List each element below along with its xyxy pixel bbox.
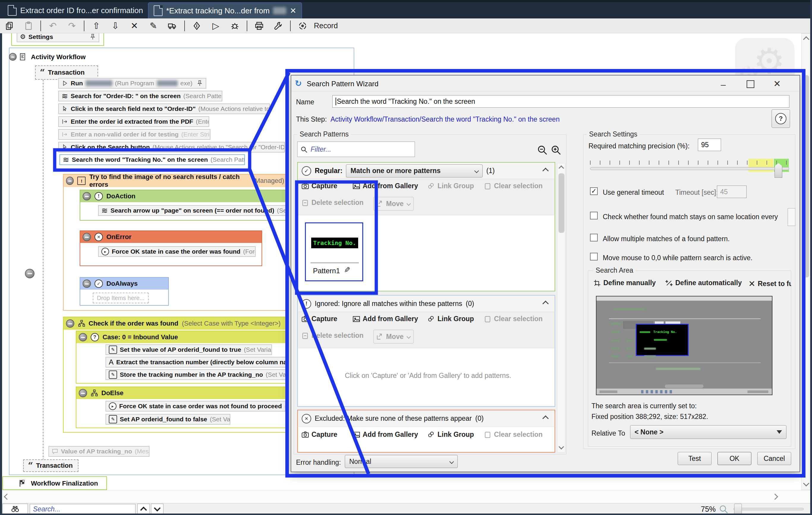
search-next-button[interactable] (151, 504, 164, 514)
delete-selection-button[interactable]: Delete selection (301, 332, 364, 340)
help-button[interactable]: ? (772, 109, 790, 128)
scroll-down-icon[interactable] (803, 480, 809, 486)
error-handling-select[interactable]: Normal (345, 455, 458, 468)
move-button[interactable]: Move (373, 197, 414, 210)
collapse-icon[interactable] (9, 53, 17, 61)
step-enter-nonvalid-id[interactable]: Enter a non-valid order id for testing(E… (58, 129, 210, 140)
maximize-icon[interactable] (747, 80, 754, 88)
step-message-box[interactable]: Value of AP tracking_no(Message Box) (49, 446, 149, 457)
collapse-chevron-icon[interactable] (543, 301, 549, 307)
capture-button[interactable]: Capture (301, 315, 337, 323)
redo-icon[interactable]: ↷ (62, 19, 82, 32)
step-force-ok-not-found[interactable]: ▸ Force OK state in case order was not f… (106, 401, 286, 411)
relative-to-select[interactable]: < None > (630, 425, 786, 439)
step-click-search-field[interactable]: Click in the search field next to "Order… (58, 104, 270, 114)
step-search-arrow-up[interactable]: ≋ Search arrow up "page" on screen (== o… (98, 205, 287, 216)
collapse-icon[interactable] (25, 269, 34, 278)
pin-icon[interactable] (89, 34, 96, 40)
step-search-tracking-no[interactable]: ≋ Search the word "Tracking No." on the … (59, 154, 245, 165)
run-icon[interactable]: ▷ (206, 19, 225, 32)
delete-icon[interactable]: ✕ (125, 19, 144, 32)
scroll-left-icon[interactable] (4, 494, 10, 500)
horizontal-scrollbar[interactable] (0, 490, 812, 503)
ok-button[interactable]: OK (718, 452, 751, 465)
doelse-header[interactable]: DoElse (77, 387, 287, 399)
step-force-ok-found[interactable]: ▸ Force OK state in case the order was f… (98, 246, 256, 257)
collapse-chevron-icon[interactable] (543, 168, 549, 174)
pattern-card[interactable]: Tracking No. Pattern1 ✎ (305, 222, 363, 281)
link-group-button[interactable]: Link Group (427, 431, 474, 438)
scrollbar-thumb[interactable] (803, 75, 809, 278)
tab-extract-tracking-no[interactable]: *Extract tracking No...der from ✕ (148, 2, 302, 19)
add-from-gallery-button[interactable]: Add from Gallery (352, 182, 418, 190)
record-icon[interactable] (293, 19, 312, 32)
precision-input[interactable]: 95 (698, 139, 721, 151)
find-button[interactable] (2, 504, 28, 514)
paste-icon[interactable] (19, 19, 38, 32)
regular-header[interactable]: ✓ Regular: Match one or more patterns (1… (298, 163, 554, 179)
minimize-icon[interactable]: – (721, 80, 733, 90)
filter-field[interactable] (297, 142, 415, 157)
move-down-icon[interactable]: ⇩ (106, 19, 125, 32)
ignored-header[interactable]: ! Ignored: Ignore all matches within the… (298, 296, 554, 312)
search-input[interactable] (30, 504, 136, 514)
patterns-scrollbar[interactable] (557, 163, 565, 453)
capture-button[interactable]: Capture (301, 431, 337, 438)
cancel-button[interactable]: Cancel (757, 452, 791, 465)
step-set-orderid-false[interactable]: ✎ Set AP orderid_found to false(Set Vari… (106, 414, 230, 425)
step-search-order-id[interactable]: ≋ Search for "Order-ID: " on the screen(… (58, 91, 222, 102)
move-button[interactable]: Move (373, 330, 414, 343)
step-store-tracking-number[interactable]: ✎ Store the tracking number in the AP tr… (106, 369, 287, 380)
precision-slider-track[interactable] (590, 167, 789, 170)
collapse-icon[interactable] (79, 389, 87, 397)
zoom-out-icon[interactable] (537, 144, 548, 156)
step-click-search-button[interactable]: Click on the Search button(Mouse Actions… (58, 142, 285, 152)
define-automatically-button[interactable]: Define automatically (665, 279, 742, 287)
collapse-chevron-icon[interactable] (543, 416, 549, 422)
step-set-orderid-true[interactable]: ✎ Set the value of AP orderid_found to t… (106, 344, 272, 355)
test-button[interactable]: Test (678, 452, 712, 465)
link-group-button[interactable]: Link Group (427, 182, 474, 190)
collapse-icon[interactable] (66, 319, 74, 328)
collapse-icon[interactable] (83, 280, 91, 288)
copy-icon[interactable] (0, 19, 19, 32)
collapse-icon[interactable] (66, 177, 74, 185)
collapse-icon[interactable] (79, 333, 87, 341)
zoom-in-icon[interactable] (550, 144, 562, 156)
link-group-button[interactable]: Link Group (427, 315, 474, 323)
undo-icon[interactable]: ↶ (44, 19, 62, 32)
select-case-header[interactable]: Check if the order was found(Select Case… (64, 317, 287, 330)
add-from-gallery-button[interactable]: Add from Gallery (352, 431, 418, 438)
doaction-header[interactable]: ! DoAction (80, 190, 287, 202)
step-enter-order-id[interactable]: Enter the order id extracted from the PD… (58, 116, 209, 127)
pin-icon[interactable] (197, 80, 203, 87)
collapse-icon[interactable] (83, 233, 91, 241)
check-location-checkbox[interactable] (590, 212, 598, 220)
name-input[interactable]: Search the word "Tracking No." on the sc… (332, 95, 789, 108)
timeout-input[interactable]: 45 (717, 185, 747, 198)
reset-area-button[interactable]: ✕Reset to fu (748, 279, 791, 289)
this-step-link[interactable]: Activity Workflow/Transaction/Search the… (330, 115, 560, 123)
use-general-timeout-checkbox[interactable]: ✓ (590, 187, 598, 195)
try-catch-header[interactable]: ! Try to find the image of no search res… (64, 175, 287, 187)
match-mode-select[interactable]: Match one or more patterns (346, 165, 483, 177)
step-run-program[interactable]: Run (Run Program exe) (58, 78, 206, 89)
record-label[interactable]: Record (314, 21, 338, 30)
clear-selection-button[interactable]: Clear selection (484, 431, 543, 438)
add-from-gallery-button[interactable]: Add from Gallery (352, 315, 418, 323)
tab-close-icon[interactable]: ✕ (290, 6, 296, 16)
excluded-header[interactable]: ✕ Excluded: Make sure none of these patt… (298, 411, 554, 427)
vertical-scrollbar[interactable] (801, 33, 810, 490)
scroll-up-icon[interactable] (803, 36, 809, 42)
close-icon[interactable]: ✕ (773, 79, 781, 89)
move-mouse-checkbox[interactable] (590, 253, 598, 260)
tab-extract-order-id[interactable]: Extract order ID fro...er confirmation (2, 2, 148, 19)
collapse-icon[interactable] (83, 192, 91, 200)
transaction-group[interactable]: “ Transaction (35, 65, 98, 80)
onerror-header[interactable]: ✕ OnError (80, 231, 262, 243)
wrench-icon[interactable] (269, 19, 288, 32)
define-manually-button[interactable]: Define manually (593, 279, 656, 287)
debug-bug-icon[interactable] (225, 19, 244, 32)
step-extract-transaction-number[interactable]: A Extract the transaction number (direct… (106, 357, 287, 368)
edit-pencil-icon[interactable]: ✎ (344, 265, 350, 275)
